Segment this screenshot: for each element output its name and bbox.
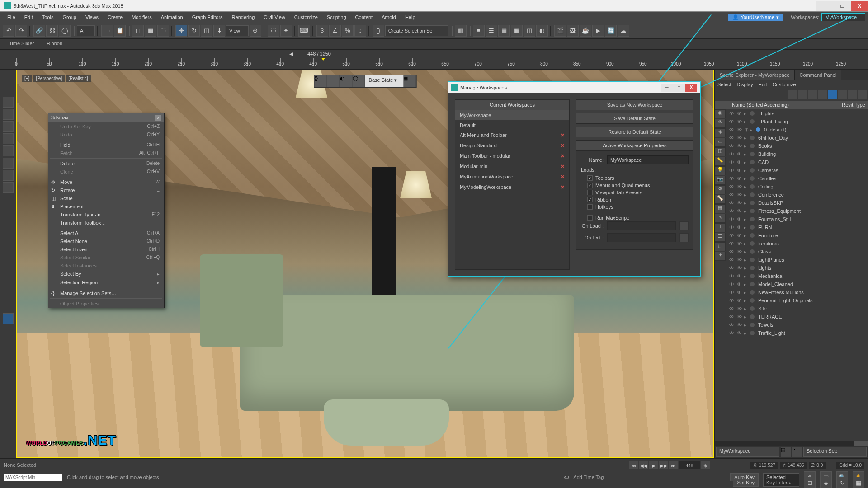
menu-arnold[interactable]: Arnold: [377, 13, 401, 22]
snap-button[interactable]: 3: [316, 25, 328, 37]
ctx-move[interactable]: ✥MoveW: [48, 178, 164, 186]
ctx-select-none[interactable]: Select NoneCtrl+D: [48, 237, 164, 245]
sel-sets-button[interactable]: {}: [373, 25, 384, 37]
visibility-icon[interactable]: 👁: [728, 297, 735, 304]
placement-button[interactable]: ⬇: [213, 25, 225, 37]
visibility-icon[interactable]: 👁: [728, 305, 735, 312]
visibility-icon[interactable]: 👁: [728, 232, 735, 239]
state-btn[interactable]: ◐: [340, 75, 353, 87]
visibility-icon[interactable]: 👁: [728, 224, 735, 230]
explorer-menu-select[interactable]: Select: [717, 82, 731, 87]
delete-workspace-icon[interactable]: ✕: [561, 153, 565, 159]
visibility-icon[interactable]: 👁: [728, 151, 735, 157]
leftbar-btn[interactable]: [3, 145, 14, 156]
filter-icon[interactable]: ✦: [715, 252, 726, 261]
delete-workspace-icon[interactable]: ✕: [561, 184, 565, 190]
layers-button[interactable]: ☰: [486, 25, 497, 37]
frame-prev-icon[interactable]: ◀: [289, 51, 293, 57]
run-maxscript-checkbox[interactable]: [587, 215, 593, 221]
tab-time-slider[interactable]: Time Slider: [3, 39, 40, 49]
explorer-menu-display[interactable]: Display: [737, 82, 753, 87]
ctx-transform-type-in-[interactable]: Transform Type-In…F12: [48, 211, 164, 219]
scene-item[interactable]: 👁👁▸_Plant_Living: [726, 117, 868, 126]
explorer-tool[interactable]: [788, 90, 797, 99]
save-default-state-button[interactable]: Save Default State: [576, 113, 693, 124]
ctx-hold[interactable]: HoldCtrl+H: [48, 141, 164, 149]
menu-content[interactable]: Content: [351, 13, 377, 22]
ctx-delete[interactable]: DeleteDelete: [48, 160, 164, 168]
percent-snap-button[interactable]: %: [342, 25, 354, 37]
manip-button[interactable]: ✦: [280, 25, 292, 37]
tab-command-panel[interactable]: Command Panel: [794, 70, 841, 80]
menu-tools[interactable]: Tools: [38, 13, 58, 22]
freeze-icon[interactable]: 👁: [736, 289, 742, 296]
workspace-name-input[interactable]: [607, 155, 689, 164]
freeze-icon[interactable]: 👁: [736, 216, 742, 222]
menu-edit[interactable]: Edit: [20, 13, 38, 22]
filter-icon[interactable]: ▭: [715, 138, 726, 147]
leftbar-btn[interactable]: [3, 170, 14, 181]
restore-default-state-button[interactable]: Restore to Default State: [576, 127, 693, 137]
unlink-button[interactable]: ⛓: [46, 25, 58, 37]
align-button[interactable]: ≡: [473, 25, 485, 37]
freeze-icon[interactable]: 👁: [736, 151, 742, 157]
leftbar-btn-active[interactable]: [3, 313, 14, 324]
filter-icon[interactable]: 🦴: [715, 195, 726, 204]
visibility-icon[interactable]: 👁: [728, 281, 735, 287]
filter-icon[interactable]: 💡: [715, 166, 726, 175]
scene-item[interactable]: 👁👁▸Fountains_Still: [726, 215, 868, 223]
delete-workspace-icon[interactable]: ✕: [561, 143, 565, 149]
window-maximize[interactable]: □: [834, 1, 851, 11]
scene-item[interactable]: 👁👁▸DetailsSKP: [726, 199, 868, 207]
render-prod-button[interactable]: ▶: [592, 25, 604, 37]
freeze-icon[interactable]: 👁: [736, 305, 742, 312]
schematic-button[interactable]: ◫: [524, 25, 535, 37]
scene-item[interactable]: 👁👁▸Pendant_Light_Originals: [726, 296, 868, 305]
visibility-icon[interactable]: 👁: [728, 175, 735, 182]
state-btn[interactable]: ▦: [403, 75, 416, 87]
scene-item[interactable]: 👁👁▸Furniture: [726, 231, 868, 239]
filter-icon[interactable]: ∿: [715, 214, 726, 223]
dialog-maximize[interactable]: □: [673, 84, 685, 92]
menu-file[interactable]: File: [3, 13, 20, 22]
visibility-icon[interactable]: 👁: [728, 200, 735, 206]
set-key-button[interactable]: Set Key: [733, 479, 759, 487]
workspace-dropdown[interactable]: MyWorkspace: [821, 13, 865, 21]
render-iter-button[interactable]: 🔄: [605, 25, 617, 37]
freeze-icon[interactable]: 👁: [736, 314, 742, 320]
tab-scene-explorer[interactable]: Scene Explorer - MyWorkspace: [715, 70, 794, 80]
redo-button[interactable]: ↷: [15, 25, 27, 37]
leftbar-btn[interactable]: [3, 97, 14, 108]
time-ruler[interactable]: 0501001502002503003504004505005506006507…: [0, 58, 868, 70]
visibility-icon[interactable]: 👁: [728, 192, 735, 198]
leftbar-btn[interactable]: [3, 121, 14, 132]
menu-graph-editors[interactable]: Graph Editors: [188, 13, 227, 22]
freeze-icon[interactable]: 👁: [736, 297, 742, 304]
next-frame-button[interactable]: ▶▶: [659, 461, 668, 469]
mat-editor-button[interactable]: ◐: [536, 25, 548, 37]
col-revit[interactable]: Revit Type: [842, 102, 865, 108]
filter-icon[interactable]: ◈: [715, 128, 726, 137]
leftbar-btn[interactable]: [3, 133, 14, 144]
visibility-icon[interactable]: 👁: [728, 289, 735, 296]
checkbox-hotkeys[interactable]: [587, 204, 593, 210]
link-button[interactable]: 🔗: [33, 25, 45, 37]
freeze-icon[interactable]: 👁: [736, 127, 742, 133]
scene-item[interactable]: 👁👁▸Model_Cleaned: [726, 280, 868, 288]
window-minimize[interactable]: ─: [816, 1, 834, 11]
visibility-icon[interactable]: 👁: [728, 127, 735, 133]
visibility-icon[interactable]: 👁: [728, 159, 735, 165]
menu-customize[interactable]: Customize: [290, 13, 322, 22]
paint-select-button[interactable]: ⬚: [157, 25, 169, 37]
freeze-icon[interactable]: 👁: [736, 265, 742, 271]
filter-icon[interactable]: ⬚: [715, 242, 726, 251]
filter-icon[interactable]: ◫: [715, 147, 726, 156]
scene-item[interactable]: 👁👁▸furnitures: [726, 239, 868, 248]
visibility-icon[interactable]: 👁: [728, 135, 735, 141]
freeze-icon[interactable]: 👁: [736, 175, 742, 182]
explorer-tool[interactable]: [828, 90, 837, 99]
delete-workspace-icon[interactable]: ✕: [561, 132, 565, 138]
filter-icon[interactable]: ◉: [715, 109, 726, 118]
scene-item[interactable]: 👁👁▸LightPlanes: [726, 256, 868, 264]
dialog-minimize[interactable]: ─: [661, 84, 673, 92]
